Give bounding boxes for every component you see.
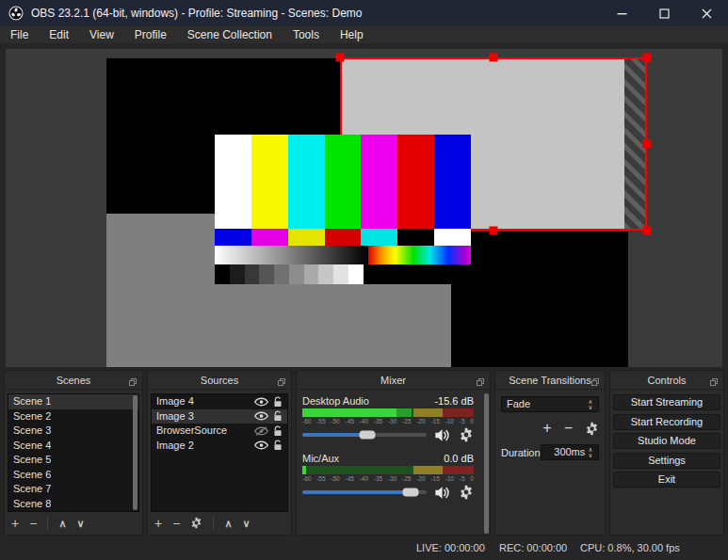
move-source-up-button[interactable]: ∧ bbox=[224, 516, 232, 531]
toolbar-separator bbox=[47, 517, 48, 529]
visibility-eye-icon[interactable] bbox=[254, 397, 268, 407]
sources-panel-title: Sources bbox=[201, 375, 238, 386]
selection-handle-top-right[interactable] bbox=[643, 54, 652, 62]
transitions-panel-title: Scene Transitions bbox=[509, 375, 590, 386]
preview-canvas bbox=[6, 49, 722, 367]
source-list-item[interactable]: Image 3 bbox=[152, 409, 287, 424]
scene-list: Scene 1 Scene 2 Scene 3 Scene 4 Scene 5 … bbox=[8, 393, 139, 512]
scene-list-item[interactable]: Scene 4 bbox=[8, 439, 138, 454]
scene-list-item[interactable]: Scene 9 bbox=[8, 511, 138, 512]
duration-spinbox[interactable]: 300ms ∧∨ bbox=[541, 444, 599, 460]
menu-help[interactable]: Help bbox=[330, 26, 374, 43]
menu-view[interactable]: View bbox=[79, 26, 124, 43]
mixer-panel-header[interactable]: Mixer bbox=[297, 371, 490, 390]
audio-level-meter bbox=[302, 408, 474, 417]
source-list-item[interactable]: BrowserSource bbox=[152, 424, 287, 439]
menu-profile[interactable]: Profile bbox=[124, 26, 177, 43]
mixer-scrollbar[interactable] bbox=[484, 393, 489, 534]
start-recording-button[interactable]: Start Recording bbox=[613, 414, 720, 430]
visibility-eye-slash-icon[interactable] bbox=[254, 426, 268, 436]
menu-tools[interactable]: Tools bbox=[283, 26, 330, 43]
scene-list-scrollbar[interactable] bbox=[133, 395, 138, 510]
scene-list-item[interactable]: Scene 1 bbox=[8, 394, 138, 409]
spinbox-arrows-icon[interactable]: ∧∨ bbox=[585, 445, 596, 459]
meter-tick-label: -60 bbox=[302, 475, 311, 483]
panel-float-icon[interactable] bbox=[710, 376, 718, 384]
scenes-panel-header[interactable]: Scenes bbox=[5, 371, 142, 390]
transition-properties-gear-icon[interactable] bbox=[585, 422, 599, 436]
visibility-eye-icon[interactable] bbox=[254, 440, 268, 450]
meter-tick-label: 0 bbox=[470, 418, 474, 425]
meter-tick-label: -45 bbox=[345, 475, 353, 483]
menu-edit[interactable]: Edit bbox=[39, 26, 79, 43]
selection-handle-bottom-right[interactable] bbox=[643, 227, 652, 235]
color-bars-test-pattern[interactable] bbox=[215, 135, 471, 284]
controls-panel: Controls Start Streaming Start Recording… bbox=[609, 370, 724, 536]
remove-transition-button[interactable]: − bbox=[564, 420, 573, 437]
move-scene-down-button[interactable]: ∨ bbox=[76, 516, 84, 531]
speaker-mute-icon[interactable] bbox=[434, 428, 451, 442]
minimize-button[interactable] bbox=[601, 0, 643, 26]
menu-scene-collection[interactable]: Scene Collection bbox=[177, 26, 283, 43]
source-properties-gear-icon[interactable] bbox=[190, 517, 202, 529]
move-scene-up-button[interactable]: ∧ bbox=[58, 516, 66, 531]
combo-arrows-icon[interactable]: ∧∨ bbox=[585, 397, 596, 411]
scene-list-item[interactable]: Scene 8 bbox=[8, 497, 138, 512]
speaker-mute-icon[interactable] bbox=[434, 486, 451, 500]
sources-panel-header[interactable]: Sources bbox=[148, 371, 291, 390]
selection-handle-bottom-center[interactable] bbox=[490, 227, 498, 235]
source-list-item[interactable]: Image 4 bbox=[152, 394, 287, 409]
close-button[interactable] bbox=[686, 0, 728, 26]
start-streaming-button[interactable]: Start Streaming bbox=[613, 394, 720, 410]
volume-slider-handle[interactable] bbox=[402, 488, 418, 497]
meter-tick-label: -15 bbox=[430, 475, 439, 483]
panel-float-icon[interactable] bbox=[278, 376, 285, 384]
lock-open-icon[interactable] bbox=[273, 396, 283, 408]
add-transition-button[interactable]: + bbox=[542, 420, 551, 437]
selection-handle-mid-right[interactable] bbox=[643, 140, 652, 149]
volume-slider[interactable] bbox=[302, 433, 427, 437]
remove-scene-button[interactable]: − bbox=[29, 516, 37, 531]
volume-slider-handle[interactable] bbox=[359, 431, 375, 440]
menu-file[interactable]: File bbox=[0, 26, 39, 43]
source-list-item[interactable]: Image 2 bbox=[152, 439, 287, 454]
meter-tick-label: -50 bbox=[331, 418, 339, 425]
lock-open-icon[interactable] bbox=[273, 440, 283, 451]
selection-handle-top-left[interactable] bbox=[336, 54, 345, 62]
meter-tick-label: -10 bbox=[445, 418, 454, 425]
menu-bar: File Edit View Profile Scene Collection … bbox=[0, 26, 728, 43]
volume-slider[interactable] bbox=[302, 490, 427, 494]
audio-level-meter bbox=[302, 466, 474, 474]
scene-list-item[interactable]: Scene 2 bbox=[8, 409, 138, 424]
source-black-rect-bottom-right[interactable] bbox=[451, 232, 628, 367]
lock-open-icon[interactable] bbox=[273, 425, 283, 437]
scenes-panel-title: Scenes bbox=[57, 375, 91, 386]
grayscale-gradient bbox=[215, 246, 368, 264]
channel-settings-gear-icon[interactable] bbox=[459, 427, 474, 442]
transitions-panel-header[interactable]: Scene Transitions bbox=[495, 371, 605, 390]
maximize-button[interactable] bbox=[643, 0, 686, 26]
meter-scale: -60-55-50-45-40-35-30-25-20-15-10-50 bbox=[302, 475, 474, 483]
lock-open-icon[interactable] bbox=[273, 410, 283, 422]
exit-button[interactable]: Exit bbox=[613, 472, 720, 488]
selection-handle-top-center[interactable] bbox=[490, 54, 498, 62]
transition-select[interactable]: Fade ∧∨ bbox=[501, 396, 599, 412]
visibility-eye-icon[interactable] bbox=[254, 411, 268, 421]
scene-list-item[interactable]: Scene 3 bbox=[8, 424, 138, 439]
scene-list-item[interactable]: Scene 5 bbox=[8, 453, 138, 468]
studio-mode-button[interactable]: Studio Mode bbox=[613, 433, 720, 449]
scene-list-item[interactable]: Scene 7 bbox=[8, 482, 138, 497]
panel-float-icon[interactable] bbox=[129, 376, 137, 384]
duration-value: 300ms bbox=[554, 446, 585, 457]
controls-panel-header[interactable]: Controls bbox=[610, 371, 723, 390]
add-scene-button[interactable]: + bbox=[11, 516, 19, 531]
channel-settings-gear-icon[interactable] bbox=[459, 485, 474, 500]
move-source-down-button[interactable]: ∨ bbox=[242, 516, 250, 531]
panel-float-icon[interactable] bbox=[591, 376, 599, 384]
scene-list-item[interactable]: Scene 6 bbox=[8, 468, 138, 483]
settings-button[interactable]: Settings bbox=[613, 453, 720, 469]
remove-source-button[interactable]: − bbox=[172, 516, 180, 531]
add-source-button[interactable]: + bbox=[154, 516, 162, 531]
panel-float-icon[interactable] bbox=[477, 376, 484, 384]
meter-tick-label: -60 bbox=[302, 418, 311, 425]
